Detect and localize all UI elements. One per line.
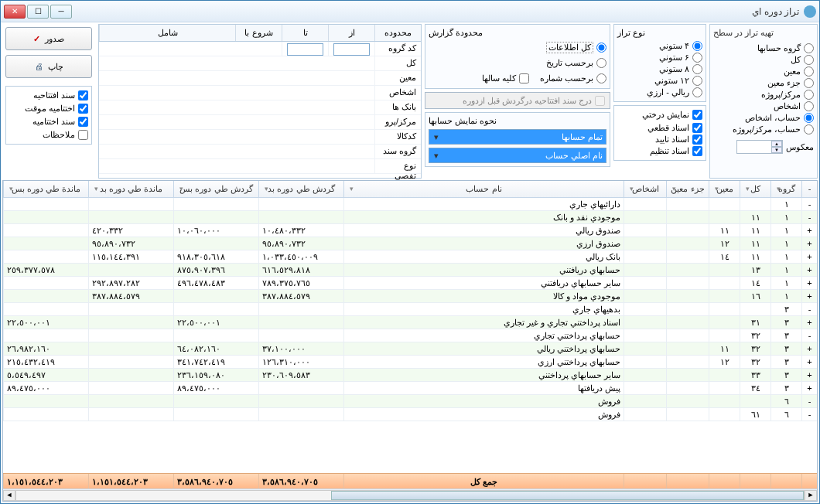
col-ash[interactable]: اشخاص▾ <box>624 181 666 197</box>
filter-icon[interactable]: ▾ <box>711 185 722 196</box>
range-row-6: كدكالا <box>99 130 421 145</box>
scroll-right-icon[interactable]: ► <box>805 490 817 501</box>
range-col-from: از <box>328 25 374 41</box>
table-row[interactable]: +١١١١٢صندوق ارزي٩٥،٨٩٠،٧٣٢٩٥،٨٩٠،٧٣٢ <box>3 237 817 250</box>
table-row[interactable]: +٣٣١اسناد پرداختني تجاري و غير تجاري٢٢،٥… <box>3 316 817 329</box>
col-mbd[interactable]: ماندة طي دوره بد▾ <box>88 181 173 197</box>
table-row[interactable]: -٣٣٢حسابهاي پرداختني تجاري <box>3 329 817 342</box>
col-gbs[interactable]: گردش طي دوره بس▾ <box>173 181 258 197</box>
table-row[interactable]: -٦٦١فروش <box>3 408 817 421</box>
type-1[interactable]: ۶ ستوني <box>617 52 702 63</box>
action-check-0[interactable]: سند افتتاحيه <box>9 90 88 101</box>
export-button[interactable]: صدور ✓ <box>5 27 92 50</box>
chevron-down-icon: ▾ <box>431 132 442 142</box>
spin-down-icon[interactable]: ▼ <box>771 147 782 153</box>
doctype-1[interactable]: اسناد تاييد <box>617 134 702 145</box>
table-row[interactable]: -١دارائيهاي جاري <box>3 198 817 211</box>
doctype-2[interactable]: اسناد تنظيم <box>617 145 702 157</box>
filter-icon[interactable]: ▾ <box>91 185 101 196</box>
footer-label: جمع كل <box>343 474 624 489</box>
check-icon: ✓ <box>33 34 40 44</box>
print-button[interactable]: چاپ 🖨 <box>5 55 92 78</box>
account-name-combo[interactable]: نام اصلي حساب▾ <box>429 148 606 163</box>
range-row-1: كل <box>99 56 421 71</box>
action-check-3[interactable]: ملاحظات <box>9 129 88 141</box>
filter-icon[interactable]: ▾ <box>626 185 637 196</box>
minimize-button[interactable]: ─ <box>50 5 72 19</box>
col-group[interactable]: گروه▾ <box>770 181 801 197</box>
footer-gbd: ٣،٥٨٦،٩٤٠،٧٠٥ <box>258 474 343 489</box>
action-check-2[interactable]: سند اختتاميه <box>9 116 88 128</box>
type-4[interactable]: ريالي - ارزي <box>617 87 702 98</box>
table-row[interactable]: +١١١١١صندوق ريالي١٠،٤٨٠،٣٣٢١٠،٠٦٠،٠٠٠٤٢٠… <box>3 224 817 237</box>
level-1[interactable]: كل <box>713 54 814 66</box>
type-2[interactable]: ۸ ستوني <box>617 63 702 75</box>
horizontal-scrollbar[interactable]: ◄ ► <box>3 489 817 501</box>
filter-icon[interactable]: ▾ <box>773 185 784 196</box>
reverse-spinner[interactable]: ▲▼ <box>736 140 783 154</box>
doctype-0[interactable]: اسناد قطعي <box>617 122 702 134</box>
level-0[interactable]: گروه حسابها <box>713 43 814 54</box>
scope-by-num[interactable]: برحسب شماره كليه سالها <box>429 72 606 85</box>
table-row[interactable]: +٣٣٢١٢حسابهاي پرداختني ارزي١٢٦،٣١٠،٠٠٠٣٤… <box>3 356 817 369</box>
filter-icon[interactable]: ▾ <box>5 185 16 196</box>
range-row-0: كد گروه <box>99 42 421 56</box>
col-name[interactable]: نام حساب▾ <box>343 181 624 197</box>
filter-icon[interactable]: ▾ <box>668 185 679 196</box>
col-moin[interactable]: معين▾ <box>709 181 740 197</box>
scroll-left-icon[interactable]: ◄ <box>3 490 15 501</box>
scope-by-date[interactable]: برحسب تاريخ <box>429 57 606 69</box>
level-5[interactable]: اشخاص <box>713 100 814 112</box>
scroll-thumb[interactable] <box>331 491 804 500</box>
action-check-1[interactable]: اختتاميه موقت <box>9 103 88 114</box>
footer-mbd: ١،١٥١،٥٤٤،٢٠٣ <box>88 474 173 489</box>
table-row[interactable]: -٦فروش <box>3 395 817 408</box>
type-3[interactable]: ۱۲ ستوني <box>617 75 702 87</box>
table-row[interactable]: +٣٣٢١١حسابهاي پرداختني ريالي٣٧،١٠٠،٠٠٠٦٤… <box>3 342 817 356</box>
table-row[interactable]: -٣بدهيهاي جاري <box>3 303 817 316</box>
maximize-button[interactable]: ☐ <box>27 5 49 19</box>
range-row-3: اشخاص <box>99 86 421 100</box>
filter-icon[interactable]: ▾ <box>261 185 272 196</box>
filter-icon[interactable]: ▾ <box>346 185 357 196</box>
col-mbs[interactable]: ماندة طي دوره بس▾ <box>3 181 88 197</box>
range-col-to: تا <box>282 25 328 41</box>
grid-body[interactable]: -١دارائيهاي جاري-١١١موجودي نقد و بانک+١١… <box>3 198 817 473</box>
accounts-filter-combo[interactable]: تمام حسابها▾ <box>429 129 606 145</box>
table-row[interactable]: +٣٣٣ساير حسابهاي پرداختني٢٣٠،٦٠٩،٥٨٣٢٣٦،… <box>3 369 817 382</box>
table-row[interactable]: +٣٣٤پيش دريافتها٨٩،٤٧٥،٠٠٠٨٩،٤٧٥،٠٠٠ <box>3 382 817 395</box>
scope-header: محدودة گزارش <box>429 28 606 38</box>
actions-panel: صدور ✓ چاپ 🖨 سند افتتاحيهاختتاميه موقتسن… <box>2 24 95 179</box>
level-7[interactable]: حساب، مركز/پروژه <box>713 124 814 135</box>
level-3[interactable]: جزء معين <box>713 77 814 89</box>
range-from-input[interactable] <box>333 43 370 56</box>
col-expand[interactable]: - <box>801 181 817 197</box>
level-6[interactable]: حساب، اشخاص <box>713 112 814 124</box>
table-row[interactable]: -١١١موجودي نقد و بانک <box>3 211 817 224</box>
types-group: نوع تراز ۴ ستوني۶ ستوني۸ ستوني۱۲ ستونيري… <box>613 24 706 102</box>
range-to-input[interactable] <box>287 43 323 56</box>
main-window: تراز دوره اي ─ ☐ ✕ تهيه تراز در سطح گروه… <box>0 0 820 504</box>
type-0[interactable]: ۴ ستوني <box>617 40 702 52</box>
display-mode-header: نحوه نمايش حسابها <box>429 116 606 126</box>
table-row[interactable]: +١١٣حسابهاي دريافتني٦١٦،٥٢٩،٨١٨٨٧٥،٩٠٧،٣… <box>3 264 817 277</box>
level-2[interactable]: معين <box>713 66 814 77</box>
spin-up-icon[interactable]: ▲ <box>771 141 782 147</box>
treeview-checkbox[interactable]: نمايش درختي <box>617 109 702 121</box>
scope-all-info[interactable]: كل اطلاعات <box>429 41 606 54</box>
all-years-checkbox[interactable]: كليه سالها <box>482 73 529 84</box>
table-row[interactable]: +١١٦موجودي مواد و كالا٣٨٧،٨٨٤،٥٧٩٣٨٧،٨٨٤… <box>3 290 817 303</box>
col-jmoin[interactable]: جزء معين▾ <box>666 181 709 197</box>
col-gbd[interactable]: گردش طي دوره بد▾ <box>258 181 343 197</box>
level-4[interactable]: مركز/پروژه <box>713 89 814 100</box>
range-row-7: گروه سند <box>99 145 421 159</box>
table-row[interactable]: +١١٤ساير حسابهاي دريافتني٧٨٩،٣٧٥،٧٦٥٤٩٦،… <box>3 277 817 290</box>
filter-icon[interactable]: ▾ <box>176 185 186 196</box>
filter-icon[interactable]: ▾ <box>742 185 753 196</box>
range-row-2: معين <box>99 71 421 86</box>
table-row[interactable]: +١١١١٤بانک ريالي١،٠٣٣،٤٥٠،٠٠٩٩١٨،٣٠٥،٦١٨… <box>3 250 817 264</box>
col-kol[interactable]: كل▾ <box>740 181 770 197</box>
close-button[interactable]: ✕ <box>4 5 26 19</box>
treeview-group: نمايش درختي اسناد قطعياسناد تاييداسناد ت… <box>613 105 706 161</box>
range-col-inc: شامل <box>99 25 235 41</box>
